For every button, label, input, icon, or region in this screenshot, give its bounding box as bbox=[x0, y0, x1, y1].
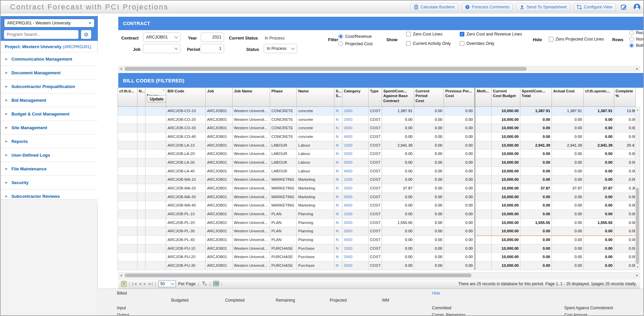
filter-cost-revenue-radio[interactable]: Cost/Revenue bbox=[338, 34, 372, 39]
cell-category-link[interactable]: 2000 bbox=[342, 115, 369, 124]
scrollbar-thumb[interactable] bbox=[125, 273, 471, 277]
scroll-up-icon[interactable]: ▲ bbox=[636, 108, 639, 111]
job-select[interactable] bbox=[143, 44, 181, 53]
cell-category-link[interactable]: 2000 bbox=[342, 150, 369, 158]
status-select[interactable]: In Process bbox=[264, 44, 297, 53]
scroll-left-icon[interactable]: ◀ bbox=[120, 67, 122, 70]
cell-category-link[interactable]: 2000 bbox=[342, 184, 369, 192]
table-row[interactable]: ARCJOB-PU-30 ARCJOB01 Western Universit.… bbox=[118, 261, 636, 270]
cell-category-link[interactable]: 2000 bbox=[342, 253, 369, 261]
column-header-cfthspentc[interactable]: cf.th.spentc... bbox=[584, 88, 614, 106]
grid-view-icon[interactable] bbox=[121, 281, 127, 287]
scroll-left-icon[interactable]: ◀ bbox=[120, 274, 122, 277]
current-activity-only-checkbox[interactable]: Current Activity Only bbox=[406, 41, 451, 46]
cell-category-link[interactable]: 3000 bbox=[342, 193, 369, 201]
table-row[interactable]: ARCJOB-CO-20 ARCJOB01 Western Universit.… bbox=[118, 115, 636, 124]
gear-icon[interactable]: ⚙ bbox=[81, 30, 91, 39]
cell-category-link[interactable]: 2000 bbox=[342, 219, 369, 227]
column-header-method[interactable]: Meth... bbox=[475, 88, 492, 106]
sidebar-nav-item[interactable]: ▶ Communication Management bbox=[1, 52, 98, 66]
send-to-spreadsheet-button[interactable]: Send To Spreadsheet bbox=[516, 3, 570, 11]
column-header-actual-cost[interactable]: Actual Cost bbox=[552, 88, 584, 106]
hide-link[interactable]: Hide bbox=[432, 291, 440, 296]
column-header-current-period-cost[interactable]: Current Period Cost bbox=[414, 88, 444, 106]
year-field[interactable] bbox=[201, 32, 224, 42]
user-icon[interactable] bbox=[632, 3, 642, 11]
sidebar-nav-item[interactable]: ▶ Subcontractor Prequalification bbox=[1, 79, 98, 93]
cell-category-link[interactable]: 3000 bbox=[342, 261, 369, 270]
cell-category-link[interactable]: 4000 bbox=[342, 201, 369, 210]
export-table-icon[interactable] bbox=[213, 281, 219, 287]
calculate-burdens-button[interactable]: Calculate Burdens bbox=[410, 3, 458, 11]
rows-non-radio[interactable]: Non bbox=[629, 37, 644, 42]
table-row[interactable]: ARCJOB-PU-20 ARCJOB01 Western Universit.… bbox=[118, 253, 636, 261]
cell-category-link[interactable]: 4000 bbox=[342, 167, 369, 175]
column-header-current-cost-budget[interactable]: Current Cost Budget bbox=[492, 88, 520, 106]
column-header-bill-code[interactable]: Bill Code bbox=[166, 88, 206, 106]
sidebar-nav-item[interactable]: ▶ Bid Management bbox=[1, 93, 98, 107]
cell-category-link[interactable]: 1000 bbox=[342, 107, 369, 115]
cell-category-link[interactable]: 3000 bbox=[342, 227, 369, 235]
scroll-right-icon[interactable]: ▶ bbox=[636, 274, 638, 277]
cell-category-link[interactable]: 3000 bbox=[342, 124, 369, 132]
column-header-job[interactable]: Job bbox=[206, 88, 233, 106]
zero-cost-lines-checkbox[interactable]: Zero Cost Lines bbox=[406, 32, 442, 36]
contract-select[interactable]: ARCJOB01 bbox=[143, 32, 181, 42]
table-row[interactable]: ARCJOB-PL-30 ARCJOB01 Western Universit.… bbox=[118, 227, 636, 236]
table-row[interactable]: ARCJOB-PL-40 ARCJOB01 Western Universit.… bbox=[118, 236, 636, 244]
cell-category-link[interactable]: 1000 bbox=[342, 210, 369, 218]
column-header-freeze[interactable]: Freeze ▲ Update bbox=[145, 88, 166, 106]
sidebar-nav-item[interactable]: ▶ Reports bbox=[1, 134, 98, 148]
sidebar-nav-item[interactable]: ▶ File Maintenance bbox=[1, 162, 98, 175]
project-link[interactable]: Project: Western University (ARCPROJ01) bbox=[5, 44, 91, 49]
configure-view-button[interactable]: Configure View bbox=[573, 3, 616, 11]
cell-category-link[interactable]: 1000 bbox=[342, 244, 369, 253]
vertical-scrollbar[interactable]: ▲ ▼ bbox=[635, 107, 640, 270]
scroll-right-icon[interactable]: ▶ bbox=[636, 67, 638, 70]
cell-category-link[interactable]: 1000 bbox=[342, 175, 369, 184]
scrollbar-thumb[interactable] bbox=[636, 188, 639, 264]
table-row[interactable]: ARCJOB-CO-10 ARCJOB01 Western Universit.… bbox=[118, 107, 636, 115]
column-header-spent-total[interactable]: Spent/Com... Total bbox=[520, 88, 552, 106]
cell-category-link[interactable]: 4000 bbox=[342, 133, 369, 141]
sidebar-nav-item[interactable]: ▶ Security bbox=[1, 175, 98, 189]
rows-both-radio[interactable]: Both bbox=[629, 43, 644, 48]
table-row[interactable]: ARCJOB-LA-40 ARCJOB01 Western Universit.… bbox=[118, 167, 636, 176]
cell-category-link[interactable]: 3000 bbox=[342, 158, 369, 167]
program-search-input[interactable] bbox=[4, 30, 78, 39]
column-header-cfthti[interactable]: cf.th.ti... bbox=[118, 88, 137, 106]
sidebar-nav-item[interactable]: ▶ Document Management bbox=[1, 66, 98, 79]
period-field[interactable] bbox=[201, 44, 224, 53]
horizontal-scrollbar-bottom[interactable]: ◀ ▶ bbox=[118, 272, 640, 278]
table-row[interactable]: ARCJOB-LA-20 ARCJOB01 Western Universit.… bbox=[118, 150, 636, 158]
last-page-button[interactable]: ▶ bbox=[149, 282, 153, 286]
horizontal-scrollbar-top[interactable]: ◀ ▶ bbox=[118, 66, 640, 71]
filter-icon[interactable] bbox=[201, 281, 207, 286]
zero-projected-cost-lines-checkbox[interactable]: Zero Projected Cost Lines bbox=[549, 37, 604, 42]
scrollbar-thumb[interactable] bbox=[125, 67, 527, 71]
table-row[interactable]: ARCJOB-LA-10 ARCJOB01 Western Universit.… bbox=[118, 141, 636, 150]
column-header-complete-pct[interactable]: Complete % bbox=[614, 88, 636, 106]
table-row[interactable]: ARCJOB-MA-30 ARCJOB01 Western Universit.… bbox=[118, 193, 636, 202]
table-row[interactable]: ARCJOB-PU-10 ARCJOB01 Western Universit.… bbox=[118, 244, 636, 253]
per-page-select[interactable]: 50 bbox=[158, 281, 176, 287]
edit-icon[interactable] bbox=[619, 3, 629, 11]
rows-rec-radio[interactable]: Rec bbox=[629, 30, 643, 35]
table-row[interactable]: ARCJOB-PL-10 ARCJOB01 Western Universit.… bbox=[118, 210, 636, 219]
scroll-down-icon[interactable]: ▼ bbox=[636, 266, 639, 269]
column-header-previous-period-cost[interactable]: Previous Per... Cost bbox=[444, 88, 474, 106]
column-header-name[interactable]: Name bbox=[297, 88, 334, 106]
column-header-spent-against-base[interactable]: Spent/Com... Against Base Contract bbox=[382, 88, 414, 106]
overrides-only-checkbox[interactable]: Overrides Only bbox=[460, 41, 494, 46]
first-page-button[interactable]: ◀ bbox=[132, 282, 136, 286]
table-row[interactable]: ARCJOB-CO-40 ARCJOB01 Western Universit.… bbox=[118, 133, 636, 141]
table-row[interactable]: ARCJOB-MA-40 ARCJOB01 Western Universit.… bbox=[118, 201, 636, 210]
table-row[interactable]: ARCJOB-CO-30 ARCJOB01 Western Universit.… bbox=[118, 124, 636, 133]
zero-cost-and-revenue-lines-checkbox[interactable]: ✓ Zero Cost and Revenue Lines bbox=[460, 32, 522, 36]
column-header-category[interactable]: Category bbox=[342, 88, 369, 106]
filter-projected-cost-radio[interactable]: Projected Cost bbox=[338, 42, 373, 46]
column-header-s[interactable]: S... S... bbox=[334, 88, 342, 106]
table-row[interactable]: ARCJOB-MA-20 ARCJOB01 Western Universit.… bbox=[118, 184, 636, 193]
sidebar-nav-item[interactable]: ▶ User-Defined Logs bbox=[1, 148, 98, 162]
forecast-comments-button[interactable]: ? Forecast Comments bbox=[461, 3, 513, 11]
